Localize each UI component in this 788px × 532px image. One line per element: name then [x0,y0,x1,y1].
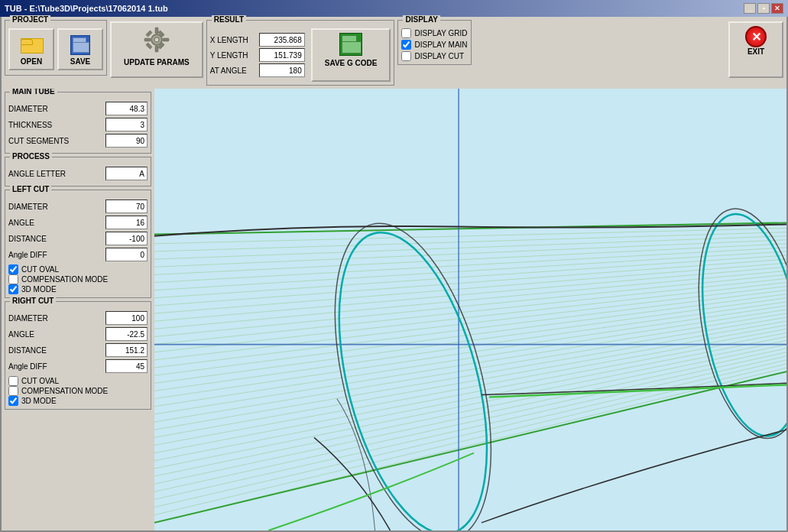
minimize-button[interactable]: _ [744,3,756,14]
display-cut-checkbox[interactable] [401,51,411,61]
display-grid-row: DISPLAY GRID [401,28,467,38]
y-length-row: Y LENGTH [210,48,305,62]
right-diameter-row: DIAMETER [8,311,148,325]
main-window: PROJECT OPEN SAVE [0,17,788,532]
display-group-label: DISPLAY [403,15,439,24]
tube-diameter-row: DIAMETER [8,102,148,115]
right-angle-diff-row: Angle DIFF [8,359,148,373]
angle-letter-input[interactable] [105,167,148,180]
tube-visualization [154,89,786,530]
right-distance-input[interactable] [105,343,148,357]
left-cut-options: CUT OVAL COMPENSATION MODE 3D MODE [8,264,148,294]
left-cut-group: LEFT CUT DIAMETER ANGLE DISTANCE Angle D… [5,190,151,298]
update-params-button[interactable]: UPDATE PARAMS [110,21,203,78]
open-button[interactable]: OPEN [8,28,54,70]
title-bar: TUB - E:\Tube3D\Projects\17062014 1.tub … [0,0,788,17]
left-angle-row: ANGLE [8,216,148,229]
process-title: PROCESS [10,152,52,161]
tube-thickness-row: THICKNESS [8,118,148,131]
exit-button[interactable]: ✕ EXIT [728,21,783,78]
left-compensation-mode-row: COMPENSATION MODE [8,274,148,284]
right-cut-oval-row: CUT OVAL [8,376,148,386]
tube-cut-segments-row: CUT SEGMENTS [8,134,148,148]
floppy-icon [70,35,90,55]
display-grid-checkbox[interactable] [401,28,411,38]
x-length-input[interactable] [259,33,305,47]
save-icon [68,33,92,57]
top-toolbar: PROJECT OPEN SAVE [2,17,786,89]
left-angle-input[interactable] [105,216,148,229]
right-cut-oval-checkbox[interactable] [8,376,18,386]
close-button[interactable]: ✕ [771,3,783,14]
result-fields: X LENGTH Y LENGTH AT ANGLE [210,33,305,77]
svg-rect-7 [146,43,152,49]
left-3d-mode-checkbox[interactable] [8,284,18,294]
right-angle-row: ANGLE [8,327,148,341]
left-compensation-mode-checkbox[interactable] [8,274,18,284]
display-main-checkbox[interactable] [401,40,411,50]
exit-label: EXIT [747,47,764,56]
main-tube-group: MAIN TUBE DIAMETER THICKNESS CUT SEGMENT… [5,92,151,154]
left-diameter-row: DIAMETER [8,200,148,213]
right-cut-title: RIGHT CUT [10,297,56,305]
angle-letter-label: ANGLE LETTER [8,170,105,178]
right-3d-mode-row: 3D MODE [8,396,148,406]
update-params-container: UPDATE PARAMS [110,21,203,78]
left-compensation-mode-label: COMPENSATION MODE [21,275,108,284]
save-label: SAVE [70,57,91,66]
x-length-row: X LENGTH [210,33,305,47]
right-angle-input[interactable] [105,327,148,341]
right-cut-options: CUT OVAL COMPENSATION MODE 3D MODE [8,376,148,406]
canvas-area [154,89,786,530]
left-cut-oval-checkbox[interactable] [8,264,18,274]
right-angle-diff-input[interactable] [105,359,148,373]
right-compensation-mode-checkbox[interactable] [8,386,18,396]
right-angle-label: ANGLE [8,330,105,339]
display-main-row: DISPLAY MAIN [401,40,467,50]
save-button[interactable]: SAVE [57,28,103,70]
left-angle-diff-input[interactable] [105,248,148,261]
process-group: PROCESS ANGLE LETTER [5,157,151,187]
folder-icon [21,37,42,54]
x-length-label: X LENGTH [210,36,256,44]
main-tube-title: MAIN TUBE [10,89,57,96]
tube-diameter-input[interactable] [105,102,148,115]
window-controls: _ ▪ ✕ [744,3,783,14]
right-angle-diff-label: Angle DIFF [8,362,105,371]
save-gcode-icon [339,33,362,56]
right-cut-oval-label: CUT OVAL [21,377,59,385]
right-3d-mode-checkbox[interactable] [8,396,18,406]
right-diameter-label: DIAMETER [8,314,105,323]
at-angle-label: AT ANGLE [210,66,256,75]
left-3d-mode-row: 3D MODE [8,284,148,294]
tube-thickness-label: THICKNESS [8,121,105,129]
left-cut-oval-label: CUT OVAL [21,265,59,274]
left-diameter-input[interactable] [105,200,148,213]
left-angle-label: ANGLE [8,219,105,227]
at-angle-input[interactable] [259,63,305,77]
tube-cut-segments-input[interactable] [105,134,148,148]
left-cut-oval-row: CUT OVAL [8,264,148,274]
display-cut-label: DISPLAY CUT [414,52,464,60]
project-buttons: OPEN SAVE [8,28,103,70]
open-label: OPEN [21,57,42,66]
y-length-input[interactable] [259,48,305,62]
save-gcode-label: SAVE G CODE [325,59,378,67]
left-distance-input[interactable] [105,232,148,245]
right-distance-row: DISTANCE [8,343,148,357]
project-group: PROJECT OPEN SAVE [5,20,107,76]
display-grid-label: DISPLAY GRID [414,29,467,37]
svg-rect-10 [154,89,786,530]
result-group-label: RESULT [212,15,246,24]
floppy-green-icon [339,33,362,56]
maximize-button[interactable]: ▪ [757,3,770,14]
gear-icon [143,26,170,55]
svg-rect-4 [144,38,151,41]
save-gcode-button[interactable]: SAVE G CODE [311,28,391,82]
result-group: RESULT X LENGTH Y LENGTH AT ANGLE [206,20,395,86]
content-area: MAIN TUBE DIAMETER THICKNESS CUT SEGMENT… [2,89,786,530]
display-main-label: DISPLAY MAIN [414,41,467,49]
display-group: DISPLAY DISPLAY GRID DISPLAY MAIN DISPLA… [397,20,471,65]
tube-thickness-input[interactable] [105,118,148,131]
right-diameter-input[interactable] [105,311,148,325]
